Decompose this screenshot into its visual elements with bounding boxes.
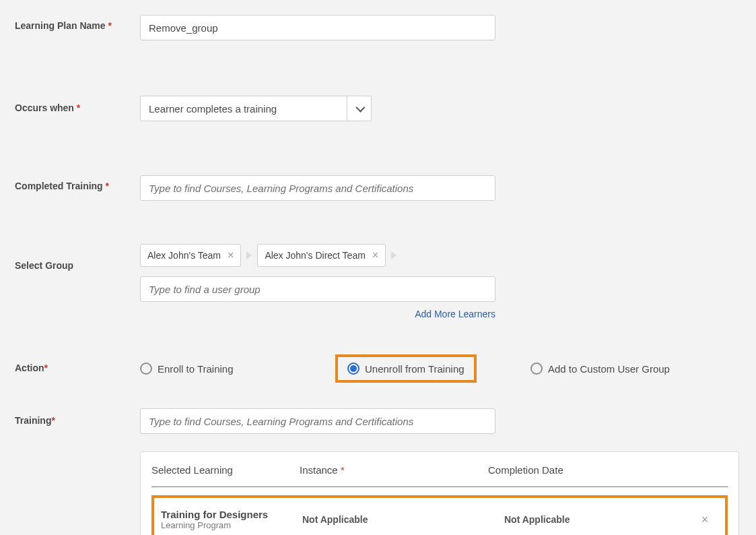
label-learning-plan-name: Learning Plan Name * <box>15 15 140 31</box>
add-more-learners-link[interactable]: Add More Learners <box>415 309 495 319</box>
group-chip-label: Alex John's Direct Team <box>265 250 365 261</box>
radio-label: Enroll to Training <box>158 363 234 375</box>
radio-label: Add to Custom User Group <box>548 363 670 375</box>
chevron-down-icon[interactable] <box>347 96 371 121</box>
radio-icon <box>347 363 359 375</box>
completion-value: Not Applicable <box>491 514 691 525</box>
header-completion-date: Completion Date <box>488 464 701 476</box>
close-icon[interactable]: × <box>228 250 234 261</box>
table-row: Training for Designers Learning Program … <box>151 495 728 535</box>
close-icon[interactable]: × <box>372 250 378 261</box>
group-chip[interactable]: Alex John's Team × <box>140 244 241 267</box>
group-chip-label: Alex John's Team <box>147 250 221 261</box>
label-select-group: Select Group <box>15 244 140 271</box>
radio-icon <box>530 363 543 375</box>
radio-enroll[interactable]: Enroll to Training <box>140 363 335 375</box>
label-completed-training: Completed Training * <box>15 163 140 191</box>
occurs-when-value: Learner completes a training <box>141 96 347 121</box>
label-occurs-when: Occurs when * <box>15 89 140 113</box>
group-search-input[interactable] <box>140 276 495 302</box>
header-instance: Instance * <box>300 464 488 476</box>
group-chip[interactable]: Alex John's Direct Team × <box>257 244 386 267</box>
radio-icon <box>140 363 152 375</box>
label-training: Training* <box>15 400 140 426</box>
selected-learning-table: Selected Learning Instance * Completion … <box>140 451 739 535</box>
header-selected-learning: Selected Learning <box>151 464 300 476</box>
chevron-right-icon <box>246 251 252 259</box>
highlight-unenroll: Unenroll from Training <box>335 354 477 383</box>
completed-training-input[interactable] <box>140 175 495 201</box>
radio-unenroll[interactable]: Unenroll from Training <box>347 363 465 375</box>
occurs-when-dropdown[interactable]: Learner completes a training <box>140 96 372 121</box>
chevron-right-icon <box>391 251 397 259</box>
training-subtitle: Learning Program <box>161 520 302 530</box>
label-action: Action* <box>15 349 140 373</box>
radio-add-to-group[interactable]: Add to Custom User Group <box>530 363 726 375</box>
training-input[interactable] <box>140 408 495 434</box>
table-header-row: Selected Learning Instance * Completion … <box>151 464 728 487</box>
instance-value: Not Applicable <box>302 514 491 525</box>
remove-row-icon[interactable]: × <box>691 513 718 527</box>
learning-plan-name-input[interactable] <box>140 15 495 40</box>
radio-label: Unenroll from Training <box>365 363 465 375</box>
training-title: Training for Designers <box>161 509 302 520</box>
